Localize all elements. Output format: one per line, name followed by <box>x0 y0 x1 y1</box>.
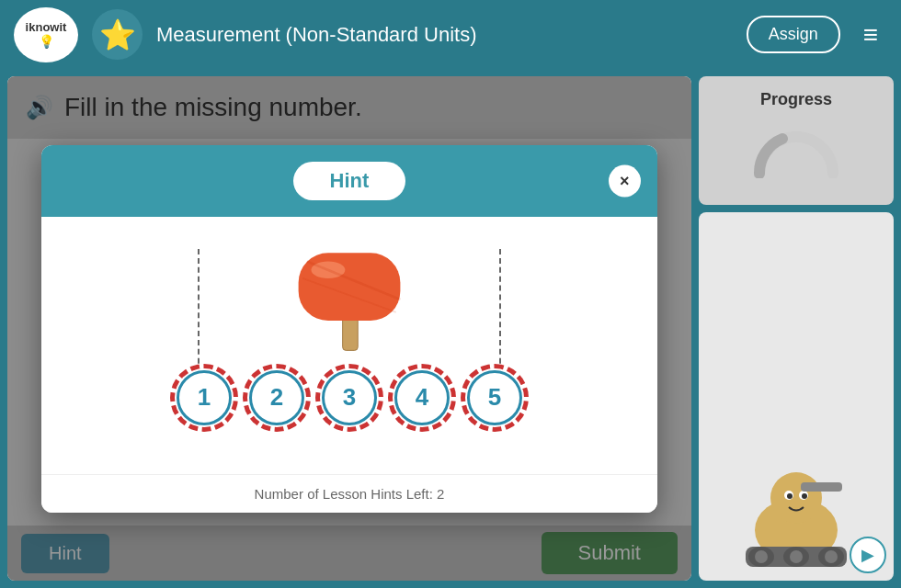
popsicle-image <box>267 244 432 355</box>
logo-text: iknowit <box>26 20 67 34</box>
app-header: iknowit 💡 ⭐ Measurement (Non-Standard Un… <box>0 0 901 69</box>
svg-rect-18 <box>801 482 842 492</box>
modal-overlay: Hint × <box>7 76 691 581</box>
arrow-right-icon: ▶ <box>861 545 874 565</box>
modal-footer: Number of Lesson Hints Left: 2 <box>41 474 657 513</box>
number-chip-1: 1 <box>170 364 238 432</box>
illustration-wrapper: 1 2 3 4 5 <box>78 244 621 432</box>
progress-arc <box>750 119 842 178</box>
svg-rect-0 <box>343 316 359 350</box>
svg-point-9 <box>787 493 793 499</box>
modal-close-button[interactable]: × <box>609 164 641 197</box>
numbers-row: 1 2 3 4 5 <box>170 364 529 432</box>
modal-title: Hint <box>293 162 406 200</box>
number-chip-4: 4 <box>388 364 456 432</box>
logo: iknowit 💡 <box>14 7 78 62</box>
hints-left-text: Number of Lesson Hints Left: 2 <box>255 486 445 502</box>
svg-point-15 <box>755 550 768 563</box>
star-icon: ⭐ <box>92 9 143 60</box>
number-chip-5: 5 <box>461 364 529 432</box>
svg-point-17 <box>825 550 838 563</box>
menu-button[interactable]: ≡ <box>854 16 887 54</box>
modal-header: Hint × <box>41 145 657 217</box>
number-chip-2: 2 <box>243 364 311 432</box>
hint-modal: Hint × <box>41 145 657 513</box>
modal-body: 1 2 3 4 5 <box>41 217 657 474</box>
svg-point-6 <box>770 472 822 524</box>
character-svg <box>723 438 870 576</box>
number-chip-3: 3 <box>315 364 383 432</box>
assign-button[interactable]: Assign <box>747 16 840 53</box>
character-panel: ▶ <box>699 212 894 581</box>
logo-bulb-icon: 💡 <box>39 34 54 49</box>
svg-point-10 <box>802 493 807 499</box>
progress-title: Progress <box>760 90 832 109</box>
svg-point-16 <box>790 550 803 563</box>
progress-panel: Progress <box>699 76 894 205</box>
main-area: 🔊 Fill in the missing number. Hint Submi… <box>0 69 901 588</box>
left-panel: 🔊 Fill in the missing number. Hint Submi… <box>7 76 691 581</box>
right-panel: Progress <box>691 76 894 581</box>
lesson-title: Measurement (Non-Standard Units) <box>156 23 733 47</box>
nav-arrow[interactable]: ▶ <box>850 537 886 573</box>
popsicle-svg <box>267 244 432 355</box>
